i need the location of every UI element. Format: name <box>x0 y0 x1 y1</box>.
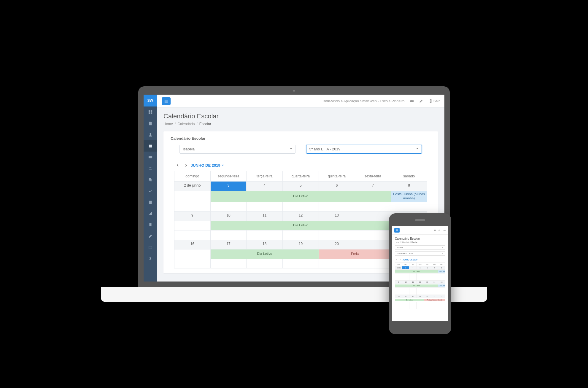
mobile-date-cell[interactable]: 12 <box>417 281 424 284</box>
mobile-weekday-header: ter <box>409 263 417 266</box>
mobile-next-month[interactable]: › <box>399 259 401 261</box>
calendar-date-cell[interactable]: 11 <box>247 211 283 221</box>
mobile-date-cell[interactable]: 15 <box>438 281 445 284</box>
mobile-calendar-event[interactable]: Dia Letivo <box>395 299 424 301</box>
calendar-date-cell[interactable]: 13 <box>319 211 355 221</box>
transfer-icon <box>148 166 152 171</box>
mobile-calendar-event[interactable]: Dia Letivo <box>395 284 438 287</box>
mobile-prev-month[interactable]: ‹ <box>395 259 398 261</box>
mobile-calendar-event[interactable]: Festa Juni... <box>438 270 445 273</box>
calendar-date-cell[interactable]: 7 <box>355 182 391 191</box>
nav-bookmark[interactable] <box>144 219 157 230</box>
calendar-nav: JUNHO DE 2019 <box>174 160 427 171</box>
nav-reports[interactable] <box>144 208 157 219</box>
svg-text:$: $ <box>149 257 151 261</box>
calendar-date-cell[interactable]: 16 <box>174 240 211 249</box>
messages-button[interactable] <box>410 99 414 103</box>
class-select[interactable]: 5º ano EF A - 2019 <box>306 145 422 154</box>
breadcrumb-home[interactable]: Home <box>163 122 173 126</box>
student-select[interactable]: Isabela <box>179 145 295 154</box>
mobile-date-cell[interactable]: 4 <box>409 266 417 270</box>
calendar-date-cell[interactable]: 20 <box>319 240 355 249</box>
mobile-topbar: Sair <box>392 226 448 235</box>
hamburger-icon <box>164 99 168 103</box>
mobile-date-cell[interactable]: 6 <box>424 266 431 270</box>
mobile-calendar-grid: domsegterquaquisexsáb 02/06345678Dia Let… <box>395 262 445 309</box>
calendar-event[interactable]: Feria <box>319 249 391 259</box>
calendar-date-cell[interactable]: 9 <box>174 211 211 221</box>
mobile-date-cell[interactable]: 10 <box>402 281 409 284</box>
breadcrumb-calendar[interactable]: Calendário <box>177 122 195 126</box>
mobile-weekday-header: sex <box>431 263 438 266</box>
nav-dashboard[interactable] <box>144 106 157 118</box>
nav-finance[interactable]: $ <box>144 253 157 264</box>
mobile-month-picker[interactable]: JUNHO DE 2019 <box>403 259 417 261</box>
prev-month-button[interactable] <box>175 163 181 168</box>
mobile-student-select[interactable]: Isabela <box>395 245 445 250</box>
calendar-event[interactable]: Dia Letivo <box>211 221 391 230</box>
calendar-date-cell[interactable]: 19 <box>283 240 319 249</box>
month-picker[interactable]: JUNHO DE 2019 <box>191 163 224 168</box>
mobile-calendar-event[interactable]: Festa Juni... <box>438 284 445 287</box>
mobile-calendar-event[interactable]: Feriado Corpus Christi <box>424 299 445 301</box>
nav-calendar[interactable] <box>144 140 157 152</box>
svg-rect-11 <box>150 213 151 215</box>
mobile-date-cell[interactable]: 9 <box>395 281 402 284</box>
mobile-date-cell[interactable]: 16 <box>395 295 402 298</box>
calendar-date-cell[interactable]: 6 <box>319 182 355 191</box>
mobile-date-cell[interactable]: 5 <box>417 266 424 270</box>
edit-icon[interactable] <box>438 229 440 231</box>
mobile-date-cell[interactable]: 8 <box>438 266 445 270</box>
calendar-date-cell[interactable]: 8 <box>391 182 427 191</box>
nav-card[interactable] <box>144 152 157 163</box>
nav-copy[interactable] <box>144 174 157 185</box>
next-month-button[interactable] <box>183 163 188 168</box>
calendar-event[interactable]: Dia Letivo <box>211 249 319 259</box>
mobile-date-cell[interactable]: 19 <box>417 295 424 298</box>
calendar-date-cell[interactable]: 17 <box>210 240 247 249</box>
calendar-date-cell[interactable] <box>355 240 391 249</box>
nav-documents[interactable] <box>144 118 157 129</box>
weekday-header: sexta-feira <box>355 171 391 182</box>
calendar-date-cell[interactable]: 2 de junho <box>174 182 211 191</box>
mobile-date-cell[interactable]: 18 <box>409 295 417 298</box>
nav-students[interactable] <box>144 129 157 140</box>
nav-transfer[interactable] <box>144 163 157 174</box>
calendar-date-cell[interactable]: 3 <box>210 182 247 191</box>
mobile-date-cell[interactable]: 20 <box>424 295 431 298</box>
calendar-date-cell[interactable]: 18 <box>247 240 283 249</box>
mobile-logout[interactable]: Sair <box>443 230 446 231</box>
nav-edit[interactable] <box>144 230 157 242</box>
mobile-class-select[interactable]: 5º ano EF A - 2019 <box>395 251 445 256</box>
menu-toggle-button[interactable] <box>162 97 171 105</box>
mobile-date-cell[interactable]: 21 <box>431 295 438 298</box>
calendar-date-cell[interactable]: 4 <box>247 182 283 191</box>
mobile-date-cell[interactable]: 3 <box>402 266 409 270</box>
mobile-date-cell[interactable]: 7 <box>431 266 438 270</box>
mobile-date-cell[interactable]: 17 <box>402 295 409 298</box>
mobile-menu-button[interactable] <box>394 228 400 233</box>
calendar-event[interactable]: Dia Letivo <box>211 191 391 202</box>
mobile-date-cell[interactable]: 22 <box>438 295 445 298</box>
svg-rect-2 <box>148 112 150 114</box>
mobile-weekday-header: sáb <box>438 263 445 266</box>
svg-rect-17 <box>165 102 168 102</box>
mobile-date-cell[interactable]: 02/06 <box>395 266 402 270</box>
calendar-date-cell[interactable]: 12 <box>283 211 319 221</box>
mobile-calendar-event[interactable]: Dia Letivo <box>395 270 438 273</box>
mobile-date-cell[interactable]: 14 <box>431 281 438 284</box>
nav-tasks[interactable] <box>144 185 157 197</box>
weekday-header: terça-feira <box>247 171 283 182</box>
calendar-event[interactable]: Festa Junina (alunos manhã) <box>391 191 427 202</box>
nav-book[interactable] <box>144 197 157 208</box>
mobile-date-cell[interactable]: 13 <box>424 281 431 284</box>
envelope-icon[interactable] <box>434 229 436 231</box>
logout-button[interactable]: Sair <box>428 99 440 103</box>
calendar-date-cell[interactable]: 10 <box>210 211 247 221</box>
calendar-date-cell[interactable] <box>355 211 391 221</box>
calendar-date-cell[interactable]: 5 <box>283 182 319 191</box>
brand-logo[interactable]: SW <box>144 95 157 106</box>
compose-button[interactable] <box>419 99 423 103</box>
nav-schedule[interactable] <box>144 242 157 253</box>
mobile-date-cell[interactable]: 11 <box>409 281 417 284</box>
